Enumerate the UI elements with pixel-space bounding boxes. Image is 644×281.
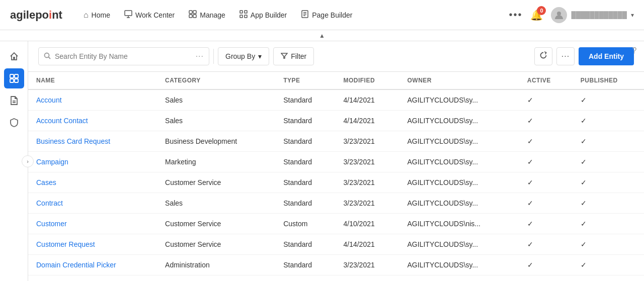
table-row: Account ContactSalesStandard4/14/2021AGI… [28,111,644,131]
svg-rect-18 [10,79,14,82]
cell-active: ✓ [519,234,573,255]
cell-category: Sales [157,193,275,214]
entity-table: NAME CATEGORY TYPE MODIFIED OWNER ACTIVE… [28,72,644,275]
table-row: AccountSalesStandard4/14/2021AGILITYCLOU… [28,89,644,111]
active-check-icon: ✓ [527,117,533,125]
cell-type: Standard [275,89,335,111]
nav-item-manage[interactable]: Manage [183,6,231,24]
search-container: ··· [38,47,209,65]
cell-category: Customer Service [157,172,275,193]
cell-category: Sales [157,111,275,131]
nav-right: ••• 🔔 0 ████████████ ▾ [509,7,634,23]
table-row: Customer RequestCustomer ServiceStandard… [28,234,644,255]
entity-link[interactable]: Customer Request [36,240,95,248]
toolbar-divider [213,49,214,64]
published-check-icon: ✓ [581,117,587,125]
sidebar-item-entity[interactable] [4,68,24,88]
entity-link[interactable]: Business Card Request [36,137,110,145]
collapse-bar[interactable]: ▲ [0,30,644,41]
entity-link[interactable]: Contract [36,199,63,207]
svg-line-23 [49,57,51,59]
table-row: CustomerCustomer ServiceCustom4/10/2021A… [28,214,644,234]
nav-item-page-builder[interactable]: Page Builder [295,6,358,24]
cell-name: Customer Request [28,234,157,255]
add-entity-button[interactable]: Add Entity [579,47,634,65]
cell-name: Account [28,89,157,111]
user-name-label: ████████████ [571,11,627,19]
cell-active: ✓ [519,255,573,275]
cell-modified: 3/23/2021 [335,152,399,172]
entity-link[interactable]: Domain Credential Picker [36,261,116,269]
refresh-icon [539,51,547,61]
entity-link[interactable]: Account Contact [36,117,88,125]
col-name: NAME [28,72,157,89]
content-area: ? ··· Group By ▾ [28,41,644,281]
cell-name: Contract [28,193,157,214]
svg-rect-10 [245,15,247,18]
cell-type: Standard [275,131,335,152]
sidebar-item-doc[interactable] [4,90,24,111]
collapse-icon: ▲ [319,32,325,39]
nav-app-builder-label: App Builder [251,11,287,19]
entity-link[interactable]: Cases [36,178,56,186]
svg-rect-6 [193,15,196,18]
active-check-icon: ✓ [527,199,533,207]
cell-type: Standard [275,111,335,131]
user-menu[interactable]: ████████████ ▾ [551,7,634,23]
entity-link[interactable]: Account [36,96,62,104]
filter-button[interactable]: Filter [273,47,314,65]
col-type: TYPE [275,72,335,89]
cell-name: Domain Credential Picker [28,255,157,275]
svg-rect-3 [189,11,192,14]
entity-link[interactable]: Customer [36,220,67,228]
active-check-icon: ✓ [527,178,533,186]
cell-owner: AGILITYCLOUDS\sy... [399,172,519,193]
cell-owner: AGILITYCLOUDS\nis... [399,214,519,234]
cell-active: ✓ [519,172,573,193]
nav-item-app-builder[interactable]: App Builder [233,6,293,24]
filter-icon [281,52,288,61]
search-input[interactable] [55,52,192,60]
notification-button[interactable]: 🔔 0 [530,9,543,21]
sidebar-item-shield[interactable] [4,113,24,133]
cell-type: Custom [275,214,335,234]
nav-work-center-label: Work Center [135,11,175,19]
cell-active: ✓ [519,152,573,172]
sidebar-item-home[interactable] [4,46,24,66]
cell-active: ✓ [519,131,573,152]
svg-marker-24 [281,53,287,58]
cell-published: ✓ [573,172,644,193]
nav-item-work-center[interactable]: Work Center [118,6,181,24]
active-check-icon: ✓ [527,220,533,228]
svg-rect-16 [10,74,14,78]
cell-name: Cases [28,172,157,193]
cell-active: ✓ [519,193,573,214]
toolbar-more-button[interactable]: ··· [556,47,575,65]
left-sidebar: › [0,41,28,281]
cell-modified: 3/23/2021 [335,172,399,193]
cell-published: ✓ [573,111,644,131]
active-check-icon: ✓ [527,261,533,269]
cell-published: ✓ [573,234,644,255]
sidebar-expand-button[interactable]: › [22,155,34,167]
group-by-button[interactable]: Group By ▾ [218,47,269,65]
entity-link[interactable]: Campaign [36,158,68,166]
help-icon[interactable]: ? [629,45,640,56]
logo[interactable]: agilepoint [10,9,62,22]
search-more-button[interactable]: ··· [196,52,204,61]
nav-more-button[interactable]: ••• [509,9,522,21]
table-row: CampaignMarketingStandard3/23/2021AGILIT… [28,152,644,172]
manage-icon [189,10,197,20]
published-check-icon: ✓ [581,261,587,269]
cell-published: ✓ [573,214,644,234]
cell-category: Marketing [157,152,275,172]
svg-rect-19 [15,79,18,82]
filter-label: Filter [291,52,306,60]
table-row: Domain Credential PickerAdministrationSt… [28,255,644,275]
published-check-icon: ✓ [581,158,587,166]
nav-item-home[interactable]: ⌂ Home [77,7,116,24]
cell-name: Customer [28,214,157,234]
table-body: AccountSalesStandard4/14/2021AGILITYCLOU… [28,89,644,275]
refresh-button[interactable] [534,47,552,65]
col-published: PUBLISHED [573,72,644,89]
